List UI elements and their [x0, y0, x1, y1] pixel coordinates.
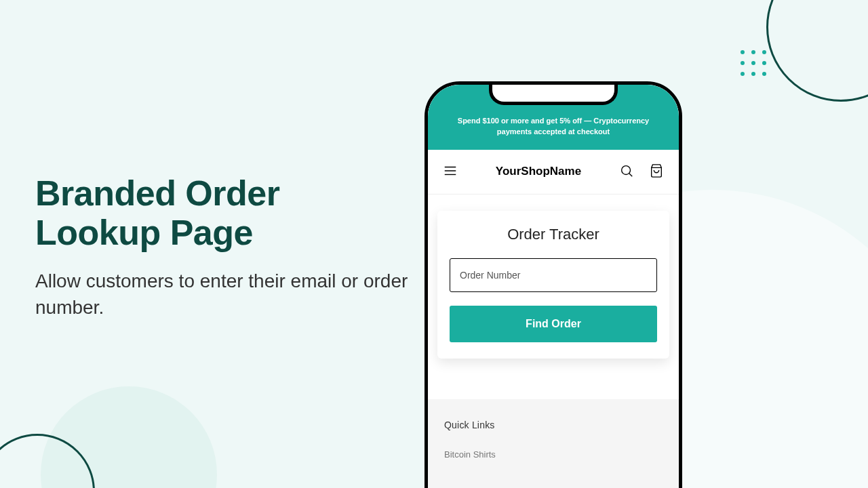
- order-number-input[interactable]: [450, 258, 657, 292]
- shop-name: YourShopName: [496, 165, 581, 178]
- phone-notch: [489, 85, 618, 105]
- cart-button[interactable]: [646, 161, 667, 183]
- search-button[interactable]: [616, 161, 637, 183]
- menu-button[interactable]: [440, 161, 460, 183]
- svg-point-3: [622, 166, 631, 175]
- marketing-copy: Branded Order Lookup Page Allow customer…: [35, 174, 415, 321]
- find-order-button[interactable]: Find Order: [450, 306, 657, 342]
- header-actions: [616, 161, 667, 183]
- shopping-bag-icon: [649, 163, 664, 180]
- svg-line-4: [629, 174, 633, 177]
- hamburger-icon: [443, 163, 458, 180]
- main-content: Order Tracker Find Order: [428, 195, 679, 375]
- shop-header: YourShopName: [428, 150, 679, 195]
- shop-footer: Quick Links Bitcoin Shirts: [428, 399, 679, 488]
- tracker-title: Order Tracker: [450, 226, 657, 243]
- search-icon: [619, 163, 634, 180]
- footer-heading: Quick Links: [444, 420, 663, 430]
- decorative-arc-top-right: [766, 0, 868, 102]
- subheadline: Allow customers to enter their email or …: [35, 268, 415, 321]
- phone-screen: Spend $100 or more and get 5% off — Cryp…: [428, 85, 679, 488]
- headline: Branded Order Lookup Page: [35, 174, 415, 252]
- footer-link[interactable]: Bitcoin Shirts: [444, 449, 663, 460]
- headline-line-1: Branded Order: [35, 174, 279, 213]
- headline-line-2: Lookup Page: [35, 213, 253, 252]
- decorative-dot-grid: [741, 50, 766, 76]
- phone-mockup: Spend $100 or more and get 5% off — Cryp…: [425, 81, 682, 488]
- promo-text: Spend $100 or more and get 5% off — Cryp…: [458, 117, 649, 136]
- order-tracker-card: Order Tracker Find Order: [437, 211, 669, 359]
